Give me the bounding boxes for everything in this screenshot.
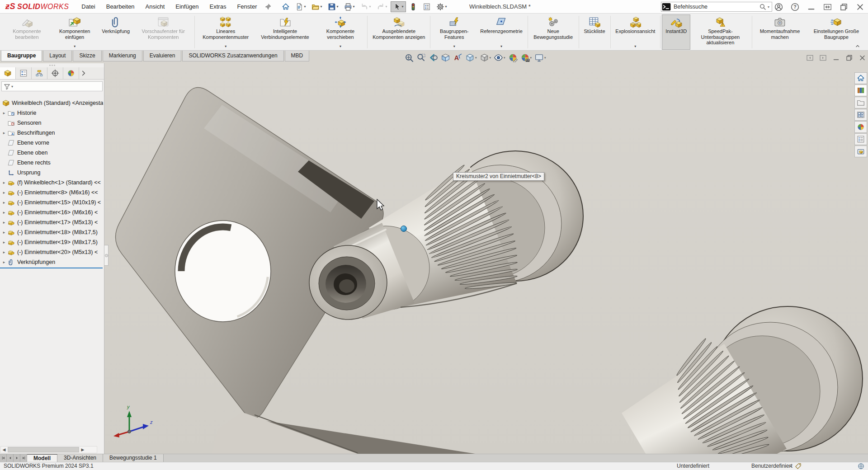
ribbon-mate-button[interactable]: Verknüpfung [98,14,133,50]
tab-evaluieren[interactable]: Evaluieren [143,51,182,61]
ribbon-speedpak-button[interactable]: !SpeedPak-Unterbaugruppen aktualisieren [690,14,750,50]
ribbon-assembly-features-button[interactable]: Baugruppen-Features▾ [432,14,476,50]
minimize-icon[interactable] [807,3,816,11]
selection-point[interactable] [401,226,407,232]
tree-item[interactable]: Ursprung [0,168,103,178]
expand-arrow-icon[interactable]: ▸ [1,230,7,235]
ribbon-exploded-view-button[interactable]: Explosionsansicht▾ [612,14,659,50]
ribbon-instant3d-button[interactable]: Instant3D [662,14,690,50]
headsup-annotations[interactable]: A [452,52,464,63]
collapse-ribbon-icon[interactable] [823,3,832,11]
tree-item[interactable]: Winkelblech (Standard) <Anzeigestatu [0,98,103,108]
taskpane-file-explorer[interactable] [854,97,867,108]
headsup-section-view[interactable] [439,52,452,63]
tree-item[interactable]: ▸(-) Einnietmutter<20> (M5x13) < [0,247,103,257]
headsup-zoom-area[interactable] [415,52,427,63]
ribbon-collapse-icon[interactable] [854,43,861,49]
menu-fenster[interactable]: Fenster [231,0,262,13]
tool-redo[interactable]: ▾ [374,1,390,12]
menu-ansicht[interactable]: Ansicht [140,0,170,13]
expand-arrow-icon[interactable]: ▸ [1,260,7,264]
tool-home[interactable] [279,1,292,12]
tree-item[interactable]: ▸(-) Einnietmutter<17> (M5x13) < [0,217,103,227]
scroll-left-icon[interactable]: ◀ [1,447,7,452]
ribbon-linear-pattern-button[interactable]: Lineares Komponentenmuster▾ [196,14,255,50]
taskpane-view-palette[interactable] [854,109,867,121]
expand-arrow-icon[interactable]: ▸ [1,131,7,135]
ribbon-smart-fasteners-button[interactable]: Intelligente Verbindungselemente [255,14,315,50]
expand-arrow-icon[interactable]: ▸ [1,240,7,244]
magnifier-icon[interactable] [759,3,766,10]
tree-item[interactable]: ▸(-) Einnietmutter<15> (M10x19) < [0,197,103,207]
taskpane-home[interactable] [854,72,867,84]
expand-arrow-icon[interactable]: ▸ [1,250,7,254]
scroll-right-icon[interactable]: ▶ [80,447,86,452]
pin-icon[interactable] [264,3,272,10]
menu-bearbeiten[interactable]: Bearbeiten [101,0,140,13]
web-icon[interactable] [858,463,864,470]
headsup-apply-scene[interactable]: ▾ [519,52,533,63]
tool-save[interactable]: ▾ [326,1,341,12]
panel-tab-displaymanager[interactable] [63,67,79,79]
modelnav-next[interactable] [14,454,20,462]
scroll-thumb[interactable] [8,447,79,452]
tool-print[interactable]: ▾ [342,1,357,12]
tab-skizze[interactable]: Skizze [73,51,101,61]
close-icon[interactable] [856,3,864,11]
ribbon-move-component-button[interactable]: Komponente verschieben▾ [315,14,366,50]
command-search[interactable]: ▾ [661,2,772,12]
tab-layout[interactable]: Layout [43,51,72,61]
expand-arrow-icon[interactable]: ▸ [1,111,7,115]
tool-display-report[interactable] [420,1,433,12]
headsup-view-orientation[interactable]: ▾ [464,52,478,63]
tree-item[interactable]: Ebene rechts [0,158,103,168]
tool-rebuild[interactable] [407,1,420,12]
expand-arrow-icon[interactable]: ▸ [1,220,7,225]
caret-up-icon[interactable] [788,463,793,469]
tool-open[interactable]: ▾ [309,1,325,12]
panel-tab-featuremanager[interactable] [0,67,16,79]
search-caret-icon[interactable]: ▾ [766,5,772,9]
expand-arrow-icon[interactable]: ▸ [1,210,7,215]
ribbon-preview-window-button[interactable]: Vorschaufenster für Komponenten [133,14,193,50]
taskpane-appearances-scenes[interactable] [854,121,867,133]
tool-select-cursor[interactable]: ▾ [391,1,406,12]
modelnav-last[interactable] [20,454,27,462]
ribbon-bom-button[interactable]: Stückliste [580,14,609,50]
account-icon[interactable] [774,3,783,11]
headsup-display-style[interactable]: ▾ [478,52,493,63]
tool-undo[interactable]: ▾ [358,1,373,12]
rollback-bar[interactable] [0,268,103,268]
tool-new-document[interactable]: ▾ [293,1,308,12]
modelnav-first[interactable] [0,454,7,462]
restore-icon[interactable] [845,54,853,61]
tree-item[interactable]: ▸Historie [0,108,103,118]
taskpane-custom-properties[interactable] [854,133,867,145]
tab-baugruppe[interactable]: Baugruppe [1,51,42,61]
expand-arrow-icon[interactable]: ▸ [1,190,7,195]
tree-item[interactable]: ▸Verknüpfungen [0,257,103,267]
panel-splitter[interactable] [104,245,108,266]
taskpane-sw-resources[interactable] [854,146,867,157]
tab-mbd[interactable]: MBD [285,51,310,61]
tab-solidworks-zusatzanwendungen[interactable]: SOLIDWORKS Zusatzanwendungen [182,51,283,61]
tree-filter[interactable]: ▾ [1,81,103,91]
ribbon-motion-study-button[interactable]: Neue Bewegungsstudie [529,14,577,50]
ribbon-edit-component-button[interactable]: Komponente bearbeiten [3,14,51,50]
ribbon-show-hidden-button[interactable]: Ausgeblendete Komponenten anzeigen [369,14,429,50]
panel-tab-configurationmanager[interactable] [32,67,47,79]
close-icon[interactable] [859,54,866,61]
headsup-previous-view[interactable] [427,52,439,63]
panel-tab-expand-tabs[interactable] [79,67,88,79]
ribbon-insert-component-button[interactable]: Komponenten einfügen▾ [51,14,98,50]
ribbon-reference-geometry-button[interactable]: Referenzgeometrie▾ [476,14,526,50]
menu-einfügen[interactable]: Einfügen [170,0,204,13]
pane-left-icon[interactable] [806,54,814,61]
tree-item[interactable]: ▸ABeschriftungen [0,128,103,138]
panel-grip[interactable] [0,63,104,67]
tab-markierung[interactable]: Markierung [103,51,142,61]
minimize-icon[interactable] [832,54,840,61]
tree-horizontal-scrollbar[interactable]: ◀ ▶ [0,446,97,453]
modeltab-bewegungsstudie-1[interactable]: Bewegungsstudie 1 [103,454,164,462]
menu-datei[interactable]: Datei [76,0,100,13]
